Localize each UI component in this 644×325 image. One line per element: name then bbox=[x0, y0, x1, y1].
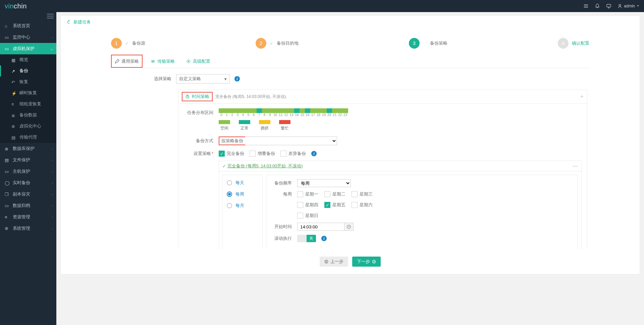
row-roll: 滚动执行 关 i bbox=[272, 235, 572, 242]
sidebar-item-archive[interactable]: ▭数据归档‹ bbox=[0, 200, 56, 211]
monitor-icon[interactable] bbox=[606, 3, 611, 9]
sidebar-subnav-vmprotect: ▦概览 ↗备份 ↶恢复 ⚡瞬时恢复 ≡细粒度恢复 ≣备份数据 ✲虚拟化中心 ▤传… bbox=[0, 54, 56, 143]
roll-switch[interactable]: 关 bbox=[297, 235, 316, 242]
home-icon: ⌂ bbox=[5, 23, 9, 28]
sidebar-item-backup[interactable]: ↗备份 bbox=[0, 65, 56, 76]
backup-method-select[interactable] bbox=[245, 137, 337, 145]
checkbox-day-4[interactable] bbox=[297, 202, 303, 208]
tab-transport[interactable]: 传输策略 bbox=[147, 55, 178, 68]
radio-monthly bbox=[227, 203, 232, 208]
sidebar-item-label: 实时备份 bbox=[13, 180, 30, 186]
settings-icon: ✲ bbox=[5, 226, 9, 231]
sidebar-item-monitor[interactable]: ▭监控中心‹ bbox=[0, 32, 56, 43]
step-2[interactable]: 2✓备份目的地 bbox=[256, 38, 299, 49]
tab-general[interactable]: 通用策略 bbox=[111, 55, 143, 68]
freq-monthly[interactable]: 每月 bbox=[223, 200, 262, 211]
sidebar-item-label: 恢复 bbox=[19, 79, 28, 85]
sidebar-item-fileprotect[interactable]: ▤文件保护‹ bbox=[0, 154, 56, 166]
info-icon[interactable]: i bbox=[234, 76, 240, 82]
list-icon[interactable] bbox=[583, 3, 589, 9]
schedule-body: 每天 每周 每月 备份频率 每周 bbox=[219, 171, 581, 249]
sidebar-item-replica[interactable]: ❐副本容灾‹ bbox=[0, 188, 56, 200]
backup-method-highlight: 按策略备份 bbox=[219, 137, 246, 145]
step-4[interactable]: 4确认配置 bbox=[558, 38, 589, 49]
backup-method-value: 按策略备份 bbox=[221, 138, 243, 144]
radio-daily bbox=[227, 180, 232, 185]
sidebar: ⌂系统首页 ▭监控中心‹ ▭虚拟机保护⌄ ▦概览 ↗备份 ↶恢复 ⚡瞬时恢复 ≡… bbox=[0, 12, 56, 325]
sidebar-item-restore[interactable]: ↶恢复 bbox=[0, 76, 56, 88]
label-roll: 滚动执行 bbox=[272, 235, 292, 241]
checkbox-full-backup[interactable]: ✓ bbox=[219, 151, 225, 157]
day-label: 星期四 bbox=[305, 202, 318, 208]
next-button[interactable]: 下一步 bbox=[352, 257, 381, 267]
row-select-strategy: 选择策略 自定义策略 ▾ i bbox=[111, 74, 587, 84]
sidebar-item-label: 资源管理 bbox=[13, 214, 30, 220]
chevron-left-icon: ‹ bbox=[52, 170, 53, 173]
sidebar-item-label: 传输代理 bbox=[19, 134, 37, 140]
info-icon[interactable]: i bbox=[321, 236, 327, 241]
checkbox-day-2[interactable] bbox=[324, 191, 330, 197]
prev-button[interactable]: 上一步 bbox=[320, 257, 348, 267]
schedule-summary-link[interactable]: 完全备份 (每周5, 14:03:00开始, 不滚动) bbox=[227, 163, 303, 169]
checkbox-day-1[interactable] bbox=[297, 191, 303, 197]
step-number: 4 bbox=[558, 38, 569, 49]
checkbox-day-7[interactable] bbox=[297, 213, 303, 219]
checkbox-diff-backup[interactable] bbox=[280, 151, 286, 157]
freq-weekly[interactable]: 每周 bbox=[223, 188, 262, 200]
tab-label: 传输策略 bbox=[157, 58, 175, 64]
weekday-checkboxes: 星期一 星期二 星期三 星期四 ✓星期五 星期六 星期日 bbox=[297, 191, 391, 219]
time-strategy-title[interactable]: 时间策略 bbox=[182, 92, 213, 101]
svg-rect-2 bbox=[47, 14, 54, 14]
sidebar-item-granular[interactable]: ≡细粒度恢复 bbox=[0, 99, 56, 110]
freq-label: 每周 bbox=[235, 191, 244, 197]
backup-freq-select[interactable]: 每周 bbox=[297, 179, 351, 187]
time-strategy-title-text: 时间策略 bbox=[192, 94, 209, 100]
start-time-input[interactable] bbox=[297, 223, 344, 231]
sidebar-item-backupdata[interactable]: ≣备份数据 bbox=[0, 110, 56, 121]
legend-idle: 空闲 bbox=[219, 120, 230, 131]
switch-off-half bbox=[297, 235, 307, 242]
sidebar-item-realtime[interactable]: ◯实时备份‹ bbox=[0, 177, 56, 188]
legend-label: 拥挤 bbox=[261, 125, 269, 131]
label-distribution: 任务分布区间 bbox=[184, 110, 213, 116]
list-sm-icon: ≡ bbox=[11, 102, 16, 107]
sidebar-item-home[interactable]: ⌂系统首页 bbox=[0, 20, 56, 32]
row-set-strategy: 设置策略* ✓ 完全备份 增量备份 bbox=[184, 151, 582, 157]
user-menu[interactable]: admin bbox=[618, 4, 639, 8]
sidebar-item-label: 数据归档 bbox=[13, 203, 30, 209]
sidebar-item-label: 数据库保护 bbox=[13, 146, 35, 152]
sidebar-item-dbprotect[interactable]: ≣数据库保护‹ bbox=[0, 143, 56, 154]
step-3[interactable]: 3✓备份策略 bbox=[409, 38, 447, 49]
sidebar-item-system[interactable]: ✲系统管理‹ bbox=[0, 223, 56, 234]
sidebar-item-hostprotect[interactable]: ▭主机保护‹ bbox=[0, 166, 56, 177]
sidebar-toggle[interactable] bbox=[0, 12, 56, 20]
collapse-icon[interactable]: — bbox=[573, 163, 578, 169]
checkbox-day-5[interactable]: ✓ bbox=[324, 202, 330, 208]
sidebar-item-overview[interactable]: ▦概览 bbox=[0, 54, 56, 65]
backup-type-checkboxes: ✓ 完全备份 增量备份 差异备份 bbox=[219, 151, 317, 157]
checkbox-day-3[interactable] bbox=[352, 191, 358, 197]
sidebar-item-vmprotect[interactable]: ▭虚拟机保护⌄ bbox=[0, 43, 56, 54]
freq-daily[interactable]: 每天 bbox=[223, 177, 262, 188]
strategy-select[interactable]: 自定义策略 ▾ bbox=[176, 74, 230, 84]
arrow-left-circle-icon bbox=[324, 260, 328, 264]
wizard-footer: 上一步 下一步 bbox=[61, 251, 640, 274]
sidebar-item-agent[interactable]: ▤传输代理 bbox=[0, 132, 56, 143]
checkbox-incr-backup[interactable] bbox=[250, 151, 256, 157]
bell-icon[interactable] bbox=[595, 3, 600, 9]
topbar: vinchin admin bbox=[0, 0, 644, 12]
step-1[interactable]: 1✓备份源 bbox=[111, 38, 145, 49]
sidebar-item-resource[interactable]: ≡资源管理‹ bbox=[0, 211, 56, 223]
main: 新建任务 1✓备份源 2✓备份目的地 3✓备份策略 4确认配置 通用策略 传输策… bbox=[56, 12, 644, 325]
clock-button[interactable] bbox=[344, 223, 354, 231]
checkbox-day-6[interactable] bbox=[352, 202, 358, 208]
tab-advanced[interactable]: 高级配置 bbox=[183, 55, 214, 68]
svg-point-8 bbox=[325, 260, 328, 263]
check-icon: ✓ bbox=[423, 41, 427, 46]
sidebar-item-virtcenter[interactable]: ✲虚拟化中心 bbox=[0, 121, 56, 132]
plus-icon[interactable]: + bbox=[580, 93, 584, 100]
sidebar-item-instant[interactable]: ⚡瞬时恢复 bbox=[0, 88, 56, 99]
schedule-head: ✓ 完全备份 (每周5, 14:03:00开始, 不滚动) — bbox=[219, 161, 581, 171]
info-icon[interactable]: i bbox=[311, 151, 317, 156]
legend-crowd: 拥挤 bbox=[259, 120, 270, 131]
